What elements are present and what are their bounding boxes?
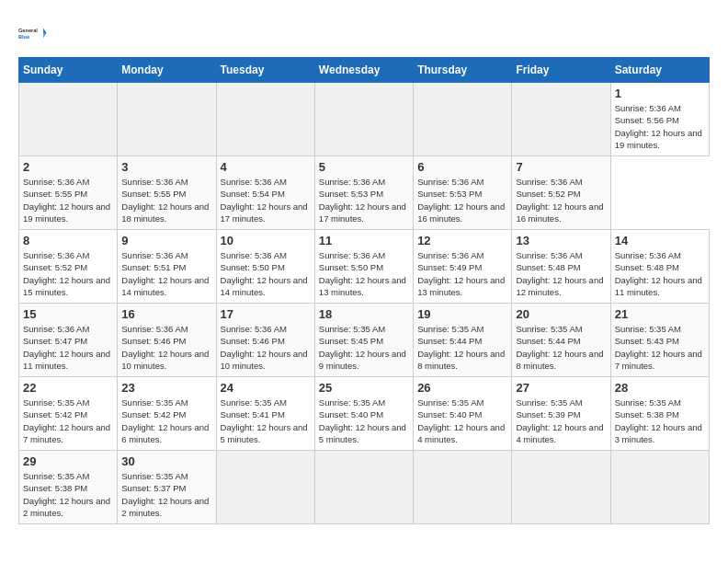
- day-cell-17: 17Sunrise: 5:36 AMSunset: 5:46 PMDayligh…: [216, 304, 314, 377]
- calendar-header-row: SundayMondayTuesdayWednesdayThursdayFrid…: [19, 58, 710, 83]
- svg-marker-3: [43, 33, 46, 39]
- day-number: 30: [121, 454, 211, 468]
- day-cell-24: 24Sunrise: 5:35 AMSunset: 5:41 PMDayligh…: [216, 377, 314, 451]
- day-number: 27: [516, 381, 606, 395]
- day-info: Sunrise: 5:35 AMSunset: 5:44 PMDaylight:…: [417, 324, 505, 371]
- calendar-week-0: 1Sunrise: 5:36 AMSunset: 5:56 PMDaylight…: [19, 83, 710, 156]
- day-info: Sunrise: 5:36 AMSunset: 5:53 PMDaylight:…: [417, 177, 505, 224]
- day-info: Sunrise: 5:36 AMSunset: 5:55 PMDaylight:…: [121, 177, 209, 224]
- day-number: 26: [417, 381, 507, 395]
- calendar-week-5: 29Sunrise: 5:35 AMSunset: 5:38 PMDayligh…: [19, 451, 710, 524]
- day-info: Sunrise: 5:35 AMSunset: 5:38 PMDaylight:…: [615, 397, 702, 444]
- day-header-sunday: Sunday: [19, 58, 118, 83]
- empty-cell: [216, 451, 314, 524]
- day-info: Sunrise: 5:36 AMSunset: 5:56 PMDaylight:…: [615, 103, 702, 150]
- empty-cell: [118, 83, 216, 156]
- day-number: 23: [121, 381, 211, 395]
- day-number: 9: [121, 234, 211, 247]
- day-number: 25: [319, 381, 409, 395]
- day-number: 22: [23, 381, 113, 395]
- page-header: General Blue: [18, 18, 710, 48]
- day-cell-2: 2Sunrise: 5:36 AMSunset: 5:55 PMDaylight…: [19, 156, 118, 230]
- day-cell-8: 8Sunrise: 5:36 AMSunset: 5:52 PMDaylight…: [19, 230, 118, 304]
- empty-cell: [314, 451, 413, 524]
- day-header-monday: Monday: [118, 58, 216, 83]
- day-info: Sunrise: 5:35 AMSunset: 5:41 PMDaylight:…: [221, 397, 308, 444]
- day-info: Sunrise: 5:36 AMSunset: 5:52 PMDaylight:…: [516, 177, 603, 224]
- svg-text:Blue: Blue: [18, 34, 29, 40]
- day-number: 4: [221, 160, 311, 174]
- day-cell-6: 6Sunrise: 5:36 AMSunset: 5:53 PMDaylight…: [414, 156, 512, 230]
- day-number: 29: [23, 454, 113, 468]
- day-cell-19: 19Sunrise: 5:35 AMSunset: 5:44 PMDayligh…: [414, 304, 512, 377]
- day-header-wednesday: Wednesday: [314, 58, 413, 83]
- day-info: Sunrise: 5:35 AMSunset: 5:43 PMDaylight:…: [615, 324, 702, 371]
- day-number: 8: [23, 234, 113, 247]
- day-header-thursday: Thursday: [414, 58, 512, 83]
- day-cell-27: 27Sunrise: 5:35 AMSunset: 5:39 PMDayligh…: [512, 377, 610, 451]
- day-number: 1: [615, 86, 705, 100]
- day-info: Sunrise: 5:35 AMSunset: 5:42 PMDaylight:…: [23, 397, 110, 444]
- day-cell-16: 16Sunrise: 5:36 AMSunset: 5:46 PMDayligh…: [118, 304, 216, 377]
- day-cell-15: 15Sunrise: 5:36 AMSunset: 5:47 PMDayligh…: [19, 304, 118, 377]
- day-info: Sunrise: 5:36 AMSunset: 5:50 PMDaylight:…: [221, 250, 308, 297]
- day-cell-1: 1Sunrise: 5:36 AMSunset: 5:56 PMDaylight…: [610, 83, 709, 156]
- empty-cell: [216, 83, 314, 156]
- day-number: 16: [121, 307, 211, 321]
- day-cell-18: 18Sunrise: 5:35 AMSunset: 5:45 PMDayligh…: [314, 304, 413, 377]
- empty-cell: [414, 83, 512, 156]
- day-number: 24: [221, 381, 311, 395]
- day-info: Sunrise: 5:35 AMSunset: 5:45 PMDaylight:…: [319, 324, 406, 371]
- day-number: 17: [221, 307, 311, 321]
- svg-marker-2: [43, 28, 46, 33]
- day-number: 11: [319, 234, 409, 247]
- day-number: 3: [121, 160, 211, 174]
- day-number: 7: [516, 160, 606, 174]
- day-info: Sunrise: 5:35 AMSunset: 5:39 PMDaylight:…: [516, 397, 603, 444]
- day-info: Sunrise: 5:36 AMSunset: 5:55 PMDaylight:…: [23, 177, 110, 224]
- empty-cell: [414, 451, 512, 524]
- day-cell-22: 22Sunrise: 5:35 AMSunset: 5:42 PMDayligh…: [19, 377, 118, 451]
- day-header-tuesday: Tuesday: [216, 58, 314, 83]
- day-info: Sunrise: 5:35 AMSunset: 5:40 PMDaylight:…: [319, 397, 406, 444]
- day-cell-23: 23Sunrise: 5:35 AMSunset: 5:42 PMDayligh…: [118, 377, 216, 451]
- day-cell-14: 14Sunrise: 5:36 AMSunset: 5:48 PMDayligh…: [610, 230, 709, 304]
- logo: General Blue: [18, 18, 48, 48]
- day-info: Sunrise: 5:35 AMSunset: 5:38 PMDaylight:…: [23, 471, 110, 518]
- calendar-week-1: 2Sunrise: 5:36 AMSunset: 5:55 PMDaylight…: [19, 156, 710, 230]
- empty-cell: [19, 83, 118, 156]
- day-info: Sunrise: 5:36 AMSunset: 5:50 PMDaylight:…: [319, 250, 406, 297]
- day-info: Sunrise: 5:36 AMSunset: 5:51 PMDaylight:…: [121, 250, 209, 297]
- day-number: 18: [319, 307, 409, 321]
- calendar-table: SundayMondayTuesdayWednesdayThursdayFrid…: [18, 57, 710, 524]
- day-number: 15: [23, 307, 113, 321]
- day-number: 6: [417, 160, 507, 174]
- day-info: Sunrise: 5:36 AMSunset: 5:48 PMDaylight:…: [615, 250, 702, 297]
- day-number: 21: [615, 307, 705, 321]
- day-info: Sunrise: 5:36 AMSunset: 5:53 PMDaylight:…: [319, 177, 406, 224]
- day-cell-13: 13Sunrise: 5:36 AMSunset: 5:48 PMDayligh…: [512, 230, 610, 304]
- day-number: 20: [516, 307, 606, 321]
- logo-icon: General Blue: [18, 18, 48, 48]
- day-info: Sunrise: 5:35 AMSunset: 5:42 PMDaylight:…: [121, 397, 209, 444]
- empty-cell: [314, 83, 413, 156]
- day-cell-21: 21Sunrise: 5:35 AMSunset: 5:43 PMDayligh…: [610, 304, 709, 377]
- calendar-week-2: 8Sunrise: 5:36 AMSunset: 5:52 PMDaylight…: [19, 230, 710, 304]
- day-info: Sunrise: 5:36 AMSunset: 5:46 PMDaylight:…: [121, 324, 209, 371]
- day-cell-3: 3Sunrise: 5:36 AMSunset: 5:55 PMDaylight…: [118, 156, 216, 230]
- day-number: 12: [417, 234, 507, 247]
- day-cell-10: 10Sunrise: 5:36 AMSunset: 5:50 PMDayligh…: [216, 230, 314, 304]
- day-cell-9: 9Sunrise: 5:36 AMSunset: 5:51 PMDaylight…: [118, 230, 216, 304]
- empty-cell: [610, 451, 709, 524]
- day-header-friday: Friday: [512, 58, 610, 83]
- day-cell-7: 7Sunrise: 5:36 AMSunset: 5:52 PMDaylight…: [512, 156, 610, 230]
- day-info: Sunrise: 5:35 AMSunset: 5:40 PMDaylight:…: [417, 397, 505, 444]
- day-cell-28: 28Sunrise: 5:35 AMSunset: 5:38 PMDayligh…: [610, 377, 709, 451]
- day-cell-4: 4Sunrise: 5:36 AMSunset: 5:54 PMDaylight…: [216, 156, 314, 230]
- day-cell-30: 30Sunrise: 5:35 AMSunset: 5:37 PMDayligh…: [118, 451, 216, 524]
- svg-text:General: General: [18, 28, 38, 33]
- day-cell-20: 20Sunrise: 5:35 AMSunset: 5:44 PMDayligh…: [512, 304, 610, 377]
- day-info: Sunrise: 5:36 AMSunset: 5:47 PMDaylight:…: [23, 324, 110, 371]
- day-number: 28: [615, 381, 705, 395]
- day-number: 13: [516, 234, 606, 247]
